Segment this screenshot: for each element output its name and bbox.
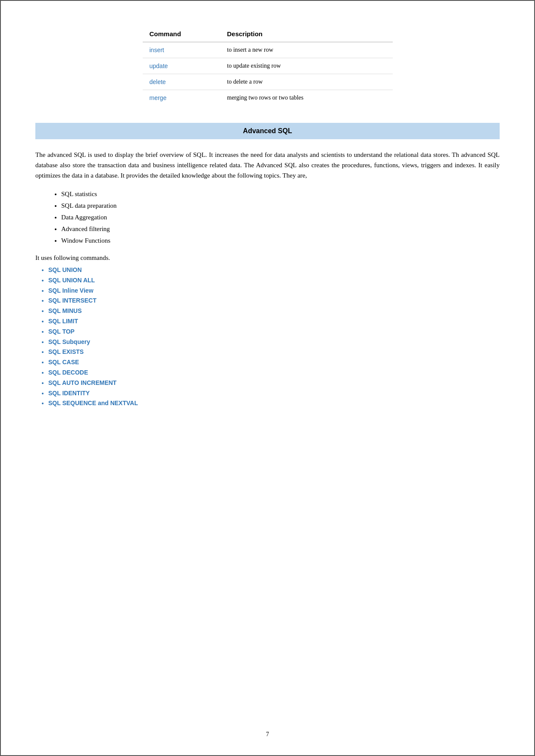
command-cell: update <box>143 58 220 74</box>
list-item: Window Functions <box>61 235 500 247</box>
list-item: SQL CASE <box>48 357 500 368</box>
table-header-command: Command <box>143 27 220 42</box>
list-item: SQL LIMIT <box>48 316 500 327</box>
list-item: SQL Subquery <box>48 337 500 347</box>
sql-commands-table: Command Description insertto insert a ne… <box>143 27 393 106</box>
command-cell: delete <box>143 74 220 90</box>
plain-bullet-list: SQL statisticsSQL data preparationData A… <box>61 188 500 247</box>
body-paragraph: The advanced SQL is used to display the … <box>35 150 500 181</box>
colored-bullet-list: SQL UNIONSQL UNION ALLSQL Inline ViewSQL… <box>48 265 500 409</box>
description-cell: to delete a row <box>220 74 393 90</box>
list-item: SQL DECODE <box>48 368 500 378</box>
page-number: 7 <box>1 731 534 738</box>
list-item: SQL UNION <box>48 265 500 275</box>
page: Command Description insertto insert a ne… <box>0 0 535 756</box>
list-item: SQL UNION ALL <box>48 275 500 286</box>
description-cell: to update existing row <box>220 58 393 74</box>
list-item: SQL statistics <box>61 188 500 200</box>
table-row: insertto insert a new row <box>143 42 393 58</box>
list-item: Advanced filtering <box>61 223 500 235</box>
list-item: SQL TOP <box>48 327 500 337</box>
table-header-description: Description <box>220 27 393 42</box>
list-item: SQL Inline View <box>48 286 500 296</box>
list-item: SQL IDENTITY <box>48 388 500 399</box>
table-section: Command Description insertto insert a ne… <box>35 27 500 106</box>
table-row: updateto update existing row <box>143 58 393 74</box>
list-item: SQL data preparation <box>61 200 500 212</box>
table-row: mergemerging two rows or two tables <box>143 90 393 106</box>
list-item: SQL MINUS <box>48 306 500 316</box>
page-number-text: 7 <box>266 731 269 737</box>
list-item: SQL EXISTS <box>48 347 500 357</box>
list-item: SQL SEQUENCE and NEXTVAL <box>48 398 500 409</box>
section-header-advanced-sql: Advanced SQL <box>35 123 500 139</box>
list-item: SQL AUTO INCREMENT <box>48 378 500 388</box>
table-row: deleteto delete a row <box>143 74 393 90</box>
description-cell: to insert a new row <box>220 42 393 58</box>
uses-text: It uses following commands. <box>35 254 500 262</box>
list-item: SQL INTERSECT <box>48 296 500 306</box>
command-cell: merge <box>143 90 220 106</box>
section-header-text: Advanced SQL <box>243 127 292 134</box>
list-item: Data Aggregation <box>61 212 500 223</box>
command-cell: insert <box>143 42 220 58</box>
description-cell: merging two rows or two tables <box>220 90 393 106</box>
